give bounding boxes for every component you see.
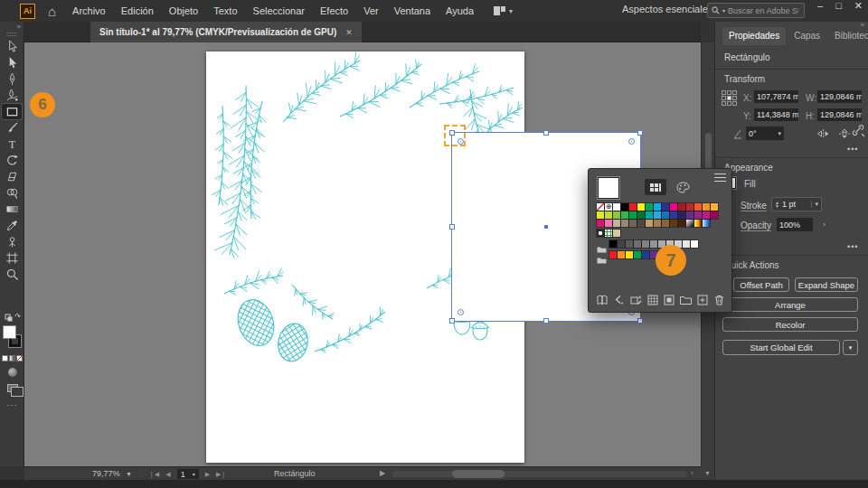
rotation-angle-dropdown[interactable]: 0° ▾ (746, 127, 784, 140)
grays-color-group-folder-icon[interactable] (597, 240, 607, 248)
fill-color-chip[interactable] (3, 325, 16, 339)
selection-handle[interactable] (543, 130, 549, 136)
tools-grip[interactable] (6, 33, 17, 33)
edit-toolbar-dots-icon[interactable]: ··· (7, 400, 18, 409)
swatch-1c3f94[interactable] (642, 251, 649, 258)
opacity-label[interactable]: Opacity (741, 221, 771, 230)
rectangle-tool[interactable] (2, 104, 22, 119)
menu-item-objeto[interactable]: Objeto (169, 5, 198, 16)
swatch-8dc63f[interactable] (613, 211, 620, 219)
document-tab[interactable]: Sin título-1* al 79,77% (CMYK/Previsuali… (90, 22, 362, 42)
selection-handle[interactable] (543, 318, 549, 324)
document-arrangement-icon[interactable]: ▾ (494, 6, 513, 15)
shape-builder-tool[interactable] (2, 185, 22, 201)
none-mode-icon[interactable] (16, 355, 23, 361)
new-color-group-icon[interactable] (680, 294, 693, 305)
menu-item-ventana[interactable]: Ventana (394, 5, 430, 16)
swatch-none[interactable] (597, 203, 604, 211)
link-dimensions-icon[interactable] (851, 123, 865, 137)
curvature-tool[interactable] (2, 88, 22, 103)
swatch-939598[interactable] (650, 240, 657, 248)
expand-tools-icon[interactable]: » (0, 22, 24, 31)
edit-color-group-icon[interactable] (629, 294, 642, 305)
swatch-a67c52[interactable] (654, 220, 661, 227)
type-tool[interactable]: T (2, 136, 22, 152)
arrange-button[interactable]: Arrange (722, 297, 858, 312)
home-icon[interactable]: ⌂ (48, 5, 56, 18)
swatch-fbb03b[interactable] (711, 203, 718, 211)
panel-flyout-menu-icon[interactable] (714, 174, 726, 183)
swatch-fff200[interactable] (637, 203, 645, 211)
swatch-58595b[interactable] (626, 240, 633, 248)
swatch-262262[interactable] (678, 211, 685, 219)
adobe-stock-search[interactable]: ▾ (707, 3, 805, 18)
swatch-998675[interactable] (621, 220, 628, 227)
stroke-weight-control[interactable]: ▲▼ 1 pt ▾ (771, 197, 822, 211)
live-corner-widget[interactable] (628, 138, 635, 145)
color-mode-icon[interactable] (2, 355, 8, 361)
swatch-92278f[interactable] (694, 211, 702, 219)
horizontal-scrollbar[interactable] (392, 471, 687, 477)
offset-path-button[interactable]: Offset Path (733, 277, 789, 292)
start-global-edit-button[interactable]: Start Global Edit (722, 340, 840, 355)
rotate-tool[interactable] (2, 153, 22, 168)
swatch-ffde17[interactable] (626, 251, 633, 258)
swatch-1c75bc[interactable] (662, 211, 669, 219)
scroll-right-arrow-icon[interactable]: › (691, 469, 693, 477)
artboard-number-field[interactable]: 1 ▾ (177, 469, 199, 479)
swatch-603913[interactable] (670, 220, 677, 227)
swatch-000000[interactable] (609, 240, 617, 248)
maximize-button[interactable]: □ (835, 0, 842, 12)
new-swatch-icon[interactable] (696, 294, 709, 305)
swatch-view-icon[interactable] (646, 294, 659, 305)
menu-item-ayuda[interactable]: Ayuda (446, 5, 474, 16)
zoom-tool[interactable] (2, 267, 22, 282)
panel-tab-bibliotecas[interactable]: Bibliotecas (828, 27, 868, 45)
stroke-weight-stepper[interactable]: ▲▼ (775, 201, 779, 208)
swatch-f7941e[interactable] (618, 251, 625, 258)
artboard-tool[interactable] (2, 250, 22, 266)
previous-artboard-button[interactable]: ◀ (165, 471, 170, 478)
selection-handle[interactable] (637, 318, 643, 324)
opacity-options-arrow-icon[interactable]: › (818, 218, 830, 231)
swatch-ec008c[interactable] (670, 203, 677, 211)
pen-tool[interactable] (2, 71, 22, 87)
swatch-p-dots[interactable] (597, 230, 604, 237)
selection-tool[interactable] (2, 39, 22, 54)
swatch-808285[interactable] (642, 240, 649, 248)
recolor-button[interactable]: Recolor (722, 317, 858, 332)
swatch-6d6e71[interactable] (634, 240, 641, 248)
brights-color-group-folder-icon[interactable] (597, 251, 607, 258)
show-swatch-kinds-icon[interactable] (613, 294, 626, 305)
swatch-c69c6d[interactable] (646, 220, 653, 227)
drawing-mode-icon[interactable] (8, 368, 17, 377)
swatch-g-bw[interactable] (686, 220, 693, 227)
swatch-ffffff[interactable] (613, 203, 620, 211)
panel-tab-capas[interactable]: Capas (788, 27, 826, 45)
swatch-00a99d[interactable] (646, 211, 653, 219)
swatches-view-button[interactable] (645, 179, 666, 195)
y-input[interactable]: 114,3848 mm (754, 108, 798, 121)
swatch-534741[interactable] (637, 220, 645, 227)
swatch-c7b299[interactable] (613, 220, 620, 227)
swatch-2e3192[interactable] (662, 203, 669, 211)
swatch-c4168c[interactable] (703, 211, 710, 219)
swatch-00aeef[interactable] (654, 203, 661, 211)
last-artboard-button[interactable]: ▶❘ (216, 471, 226, 478)
swatch-a01e22[interactable] (678, 203, 685, 211)
swatch-options-icon[interactable] (663, 294, 675, 305)
swatch-ed1c24[interactable] (629, 203, 637, 211)
swatch-00a651[interactable] (646, 203, 653, 211)
swatch-29abe2[interactable] (654, 211, 661, 219)
opacity-input[interactable]: 100% (777, 218, 813, 231)
puppet-warp-tool[interactable] (2, 234, 22, 249)
swatch-42210b[interactable] (678, 220, 685, 227)
first-artboard-button[interactable]: ❘◀ (149, 471, 159, 478)
swatch-f15a29[interactable] (694, 203, 702, 211)
swatch-f7941e[interactable] (703, 203, 710, 211)
panel-tab-propiedades[interactable]: Propiedades (722, 27, 786, 45)
menu-item-efecto[interactable]: Efecto (320, 5, 348, 16)
close-tab-icon[interactable]: ✕ (345, 28, 353, 37)
swatch-d6156c[interactable] (597, 220, 604, 227)
swatch-00a14b[interactable] (629, 211, 637, 219)
